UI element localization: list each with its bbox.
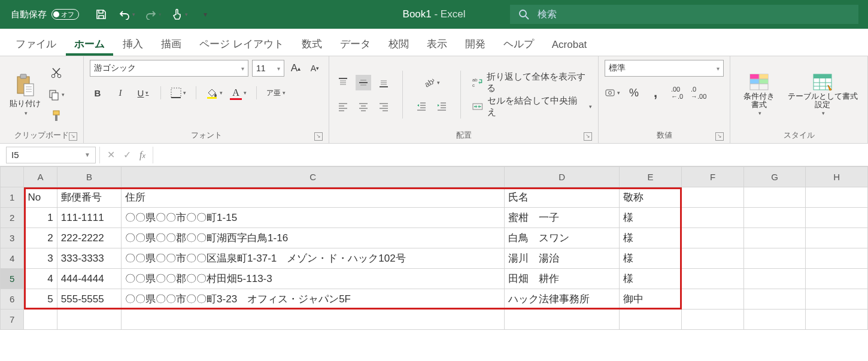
dialog-launcher[interactable]: ↘ [715,132,724,141]
cell-F3[interactable] [682,228,744,248]
tab-ファイル[interactable]: ファイル [7,31,65,56]
row-header-2[interactable]: 2 [1,208,24,228]
cell-H7[interactable] [806,310,868,330]
select-all-corner[interactable] [1,167,24,187]
tab-ホーム[interactable]: ホーム [66,31,113,56]
dialog-launcher[interactable]: ↘ [314,132,323,141]
cell-B7[interactable] [57,310,121,330]
dialog-launcher[interactable]: ↘ [69,132,77,141]
cell-A6[interactable]: 5 [24,289,57,310]
col-header-H[interactable]: H [806,167,868,187]
cell-B5[interactable]: 444-4444 [57,269,121,289]
tab-ヘルプ[interactable]: ヘルプ [495,31,542,56]
decrease-decimal-button[interactable]: .0→.00 [691,85,706,101]
tab-Acrobat[interactable]: Acrobat [544,33,596,56]
cell-D5[interactable]: 田畑 耕作 [505,269,620,289]
enter-formula-button[interactable]: ✓ [123,149,131,160]
cell-D4[interactable]: 湯川 湯治 [505,248,620,269]
font-name-select[interactable]: 游ゴシック▾ [90,60,248,77]
copy-button[interactable] [48,87,65,102]
cancel-formula-button[interactable]: ✕ [107,149,115,160]
cell-G5[interactable] [743,269,806,289]
cell-D3[interactable]: 白鳥 スワン [505,228,620,248]
comma-button[interactable]: , [648,85,663,101]
cell-D7[interactable] [505,310,620,330]
phonetic-button[interactable]: ア亜 [266,85,286,101]
tab-挿入[interactable]: 挿入 [114,31,151,56]
col-header-G[interactable]: G [743,167,806,187]
tab-描画[interactable]: 描画 [153,31,190,56]
format-painter-button[interactable] [48,108,64,124]
cell-B2[interactable]: 111-1111 [57,208,121,228]
merge-center-button[interactable]: セルを結合して中央揃え [472,99,592,114]
align-middle-button[interactable] [356,75,371,90]
cell-B1[interactable]: 郵便番号 [57,187,121,208]
cell-H5[interactable] [806,269,868,289]
col-header-C[interactable]: C [122,167,505,187]
cell-A3[interactable]: 2 [24,228,57,248]
wrap-text-button[interactable]: abc 折り返して全体を表示する [472,75,592,90]
format-as-table-button[interactable]: テーブルとして書式設定 [784,71,861,119]
increase-font-button[interactable]: A▴ [288,60,304,76]
cell-A7[interactable] [24,310,57,330]
cell-B3[interactable]: 222-2222 [57,228,121,248]
redo-button[interactable] [145,7,162,22]
cell-F7[interactable] [682,310,744,330]
formula-bar[interactable] [153,147,868,163]
cell-D1[interactable]: 氏名 [505,187,620,208]
col-header-D[interactable]: D [505,167,620,187]
conditional-formatting-button[interactable]: 条件付き書式 [736,71,782,119]
paste-button[interactable]: 貼り付け [6,71,44,119]
row-header-3[interactable]: 3 [1,228,24,248]
dialog-launcher[interactable]: ↘ [584,132,592,141]
cell-G2[interactable] [743,208,806,228]
font-color-button[interactable]: A [230,85,247,101]
cut-button[interactable] [48,65,64,81]
qat-customize[interactable]: ▾ [198,7,213,22]
cell-C5[interactable]: 〇〇県〇〇郡〇〇村田畑5-113-3 [122,269,505,289]
undo-button[interactable] [119,7,135,22]
tab-表示[interactable]: 表示 [418,31,456,56]
cell-D6[interactable]: ハック法律事務所 [505,289,620,310]
cell-F5[interactable] [682,269,744,289]
align-left-button[interactable] [335,99,351,114]
cell-H1[interactable] [806,187,868,208]
col-header-B[interactable]: B [57,167,121,187]
percent-button[interactable]: % [626,85,642,101]
cell-G7[interactable] [743,310,806,330]
align-center-button[interactable] [356,99,371,114]
autosave-toggle[interactable]: 自動保存 オフ [11,9,79,20]
col-header-E[interactable]: E [619,167,681,187]
cell-E1[interactable]: 敬称 [619,187,681,208]
orientation-button[interactable]: ab [423,75,440,90]
tab-ページ レイアウト[interactable]: ページ レイアウト [191,31,292,56]
row-header-6[interactable]: 6 [1,289,24,310]
tab-開発[interactable]: 開発 [457,31,494,56]
number-format-select[interactable]: 標準▾ [605,60,724,77]
accounting-format-button[interactable] [605,85,620,101]
cell-A5[interactable]: 4 [24,269,57,289]
cell-C6[interactable]: 〇〇県〇〇市〇〇町3-23 オフィス・ジャパン5F [122,289,505,310]
cell-A1[interactable]: No [24,187,57,208]
insert-function-button[interactable]: fx [139,150,145,160]
cell-E2[interactable]: 様 [619,208,681,228]
italic-button[interactable]: I [113,85,128,101]
tab-データ[interactable]: データ [332,31,379,56]
cell-F6[interactable] [682,289,744,310]
align-top-button[interactable] [335,75,351,90]
name-box[interactable]: I5▼ [6,147,96,163]
cell-C3[interactable]: 〇〇県〇〇郡〇〇町湖西字白鳥1-16 [122,228,505,248]
autosave-pill[interactable]: オフ [51,9,79,20]
cell-B6[interactable]: 555-5555 [57,289,121,310]
decrease-font-button[interactable]: A▾ [307,60,323,76]
row-header-7[interactable]: 7 [1,310,24,330]
row-header-4[interactable]: 4 [1,248,24,269]
touch-mode-button[interactable] [171,7,188,22]
cell-H4[interactable] [806,248,868,269]
cell-F1[interactable] [682,187,744,208]
align-bottom-button[interactable] [376,75,391,90]
tab-校閲[interactable]: 校閲 [380,31,417,56]
cell-C7[interactable] [122,310,505,330]
cell-E6[interactable]: 御中 [619,289,681,310]
cell-C2[interactable]: 〇〇県〇〇市〇〇町1-15 [122,208,505,228]
